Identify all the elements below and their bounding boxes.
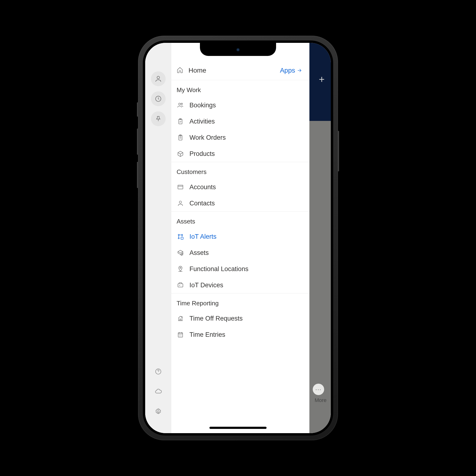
- clipboard-icon: [177, 134, 184, 141]
- pin-icon: [155, 115, 162, 122]
- nav-item-products[interactable]: Products: [171, 146, 309, 162]
- box-edit-icon: [177, 249, 184, 256]
- home-indicator[interactable]: [209, 427, 267, 429]
- nav-item-label: Functional Locations: [189, 265, 249, 273]
- person-icon: [154, 75, 162, 83]
- iot-alert-icon: [177, 233, 184, 240]
- cloud-icon: [154, 388, 162, 395]
- nav-item-label: IoT Devices: [189, 282, 223, 289]
- home-link[interactable]: Home: [188, 67, 280, 74]
- nav-item-iot-devices[interactable]: IoT Devices: [171, 277, 309, 293]
- help-button[interactable]: [151, 364, 166, 379]
- svg-rect-15: [181, 237, 183, 239]
- nav-item-accounts[interactable]: Accounts: [171, 179, 309, 195]
- svg-point-4: [178, 103, 180, 105]
- nav-item-label: Activities: [189, 118, 215, 125]
- notch: [200, 43, 276, 56]
- profile-button[interactable]: [151, 71, 166, 86]
- nav-item-assets[interactable]: Assets: [171, 245, 309, 261]
- phone-frame: Home Apps My WorkBookingsActivitiesWork …: [138, 36, 338, 440]
- add-button[interactable]: +: [319, 74, 325, 85]
- section-header: Time Reporting: [171, 293, 309, 310]
- help-icon: [155, 368, 162, 375]
- left-rail: [145, 43, 171, 433]
- nav-item-label: IoT Alerts: [189, 233, 217, 240]
- svg-rect-18: [178, 333, 183, 337]
- folder-icon: [177, 183, 184, 191]
- pin-button[interactable]: [151, 111, 166, 126]
- nav-item-label: Products: [189, 150, 215, 157]
- nav-item-bookings[interactable]: Bookings: [171, 97, 309, 113]
- section-header: My Work: [171, 80, 309, 97]
- section-header: Assets: [171, 211, 309, 228]
- nav-item-time-entries[interactable]: Time Entries: [171, 326, 309, 343]
- nav-item-label: Bookings: [189, 102, 216, 109]
- svg-point-13: [182, 235, 183, 236]
- mute-switch: [137, 102, 138, 117]
- box-icon: [177, 150, 184, 157]
- svg-point-11: [179, 201, 181, 203]
- cloud-button[interactable]: [151, 384, 166, 399]
- more-dots[interactable]: ···: [313, 384, 324, 395]
- nav-item-label: Assets: [189, 249, 209, 256]
- nav-item-work-orders[interactable]: Work Orders: [171, 130, 309, 146]
- nav-item-iot-alerts[interactable]: IoT Alerts: [171, 228, 309, 245]
- nav-item-label: Work Orders: [189, 134, 226, 141]
- svg-point-14: [178, 238, 179, 239]
- nav-scroll[interactable]: My WorkBookingsActivitiesWork OrdersProd…: [171, 80, 309, 433]
- clock-icon: [155, 95, 162, 102]
- svg-rect-17: [178, 284, 183, 287]
- section-header: Customers: [171, 162, 309, 179]
- clipboard-check-icon: [177, 118, 184, 125]
- nav-item-activities[interactable]: Activities: [171, 113, 309, 130]
- nav-item-contacts[interactable]: Contacts: [171, 195, 309, 211]
- nav-panel: Home Apps My WorkBookingsActivitiesWork …: [171, 43, 309, 433]
- backdrop[interactable]: + ··· More: [309, 43, 331, 433]
- nav-item-label: Contacts: [189, 200, 215, 207]
- recent-button[interactable]: [151, 91, 166, 106]
- apps-link[interactable]: Apps: [280, 67, 302, 74]
- nav-item-time-off-requests[interactable]: Time Off Requests: [171, 310, 309, 326]
- apps-label: Apps: [280, 67, 295, 74]
- arrow-right-icon: [297, 68, 302, 73]
- svg-point-16: [180, 267, 181, 269]
- more-label: More: [315, 397, 326, 403]
- calendar-icon: [177, 331, 184, 339]
- nav-item-label: Accounts: [189, 184, 216, 191]
- location-pin-icon: [177, 265, 184, 273]
- volume-down-button: [137, 162, 138, 188]
- people-icon: [177, 102, 184, 109]
- screen: Home Apps My WorkBookingsActivitiesWork …: [145, 43, 331, 433]
- gear-icon: [155, 408, 162, 415]
- svg-rect-10: [178, 185, 183, 189]
- svg-point-0: [157, 76, 160, 79]
- time-off-icon: [177, 315, 184, 322]
- nav-item-label: Time Entries: [189, 331, 225, 339]
- volume-up-button: [137, 129, 138, 155]
- nav-item-label: Time Off Requests: [189, 315, 243, 322]
- svg-point-12: [178, 235, 179, 236]
- device-icon: [177, 281, 184, 289]
- svg-point-3: [157, 410, 159, 412]
- person-icon: [177, 200, 184, 207]
- nav-item-functional-locations[interactable]: Functional Locations: [171, 261, 309, 277]
- home-icon: [177, 67, 183, 74]
- power-button: [338, 131, 339, 171]
- svg-point-5: [181, 103, 183, 104]
- settings-button[interactable]: [151, 404, 166, 419]
